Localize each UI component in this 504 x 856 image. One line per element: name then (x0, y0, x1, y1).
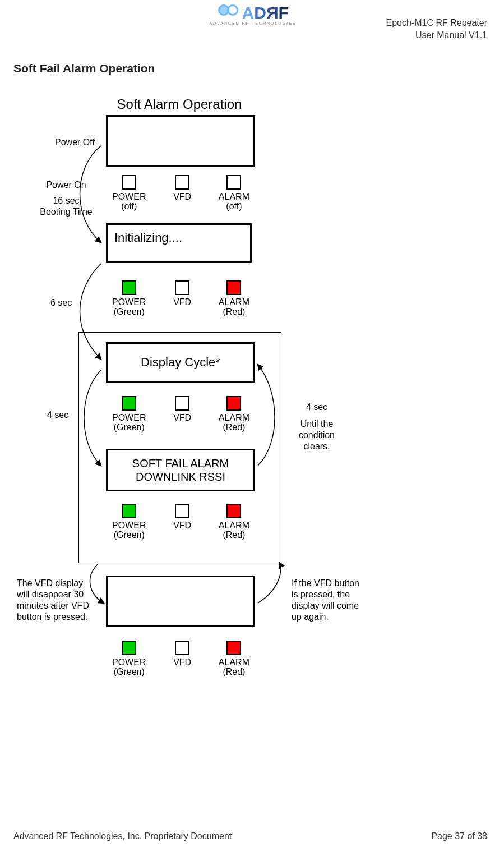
arrows-layer (0, 0, 504, 729)
arrow-init-to-cycle-icon (80, 264, 101, 359)
footer-left: Advanced RF Technologies, Inc. Proprieta… (13, 831, 232, 841)
arrow-cycle-to-softfail-icon (84, 370, 101, 466)
footer-right: Page 37 of 38 (431, 831, 487, 841)
arrow-group-to-blank-icon (90, 564, 104, 603)
arrow-blank-to-group-icon (258, 563, 281, 603)
arrow-softfail-to-cycle-icon (258, 365, 275, 466)
arrow-poweroff-to-init-icon (80, 146, 101, 242)
